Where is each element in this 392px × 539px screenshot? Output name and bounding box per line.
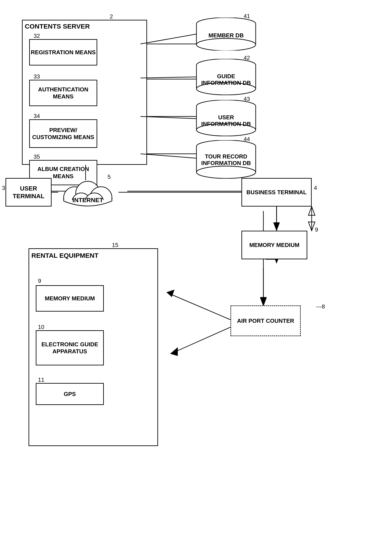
- svg-text:TOUR RECORD: TOUR RECORD: [205, 153, 247, 160]
- ref-authentication: 33: [33, 73, 40, 80]
- svg-marker-62: [273, 222, 280, 231]
- user-terminal-box: USER TERMINAL: [5, 178, 52, 207]
- ref-memory-medium-rental: 9: [38, 278, 41, 284]
- svg-line-65: [171, 294, 231, 320]
- user-info-db-cylinder: USER INFORMATION DB: [195, 100, 257, 136]
- member-db-cylinder: MEMBER DB: [195, 18, 257, 51]
- svg-point-22: [196, 38, 256, 51]
- svg-line-60: [141, 154, 196, 158]
- electronic-guide-box: ELECTRONIC GUIDE APPARATUS: [36, 330, 104, 366]
- internet-cloud: INTERNET: [57, 176, 118, 211]
- svg-text:USER: USER: [218, 114, 234, 121]
- svg-text:INFORMATION DB: INFORMATION DB: [201, 80, 251, 86]
- tour-record-db-cylinder: TOUR RECORD INFORMATION DB: [195, 140, 257, 179]
- gps-box: GPS: [36, 383, 104, 405]
- svg-text:MEMBER DB: MEMBER DB: [208, 32, 244, 39]
- svg-text:INFORMATION DB: INFORMATION DB: [201, 121, 251, 127]
- rental-equipment-box: RENTAL EQUIPMENT 9 MEMORY MEDIUM 10 ELEC…: [28, 248, 158, 446]
- diagram: 2 CONTENTS SERVER 32 REGISTRATION MEANS …: [0, 0, 392, 539]
- contents-server-box: CONTENTS SERVER 32 REGISTRATION MEANS 33…: [22, 20, 147, 165]
- svg-marker-69: [308, 222, 315, 231]
- svg-line-58: [141, 77, 196, 78]
- registration-means-box: REGISTRATION MEANS: [29, 39, 97, 66]
- svg-text:INFORMATION DB: INFORMATION DB: [201, 160, 251, 166]
- ref-gps: 11: [38, 376, 44, 383]
- ref-memory-medium-airport: 9: [315, 226, 318, 233]
- svg-line-57: [141, 34, 196, 44]
- memory-medium-rental-box: MEMORY MEDIUM: [36, 285, 104, 312]
- air-port-counter-box: AIR PORT COUNTER: [231, 305, 301, 336]
- ref-air-port-counter: ---8: [316, 303, 325, 310]
- svg-point-42: [196, 166, 256, 178]
- contents-server-label: CONTENTS SERVER: [25, 23, 90, 30]
- authentication-means-box: AUTHENTICATION MEANS: [29, 80, 97, 106]
- svg-marker-64: [260, 297, 267, 306]
- ref-business-terminal: 4: [314, 185, 317, 191]
- svg-marker-10: [260, 298, 267, 307]
- svg-text:INTERNET: INTERNET: [72, 197, 103, 203]
- svg-line-12: [176, 325, 235, 351]
- ref-registration: 32: [33, 33, 40, 39]
- ref-album: 35: [33, 153, 40, 160]
- ref-preview: 34: [33, 113, 40, 120]
- svg-marker-68: [308, 207, 315, 215]
- ref-electronic-guide: 10: [38, 324, 44, 331]
- business-terminal-box: BUSINESS TERMINAL: [241, 178, 312, 207]
- ref-rental-equipment: 15: [112, 242, 118, 249]
- memory-medium-airport-box: MEMORY MEDIUM: [241, 231, 307, 259]
- ref-user-terminal: 3: [2, 185, 5, 191]
- guide-info-db-cylinder: GUIDE INFORMATION DB: [195, 59, 257, 95]
- svg-marker-13: [170, 347, 178, 356]
- rental-equipment-label: RENTAL EQUIPMENT: [31, 251, 99, 260]
- svg-line-59: [141, 116, 196, 119]
- svg-marker-66: [166, 290, 175, 297]
- svg-text:GUIDE: GUIDE: [217, 73, 235, 80]
- ref-contents-server: 2: [110, 13, 113, 20]
- preview-means-box: PREVIEW/ CUSTOMIZING MEANS: [29, 119, 97, 148]
